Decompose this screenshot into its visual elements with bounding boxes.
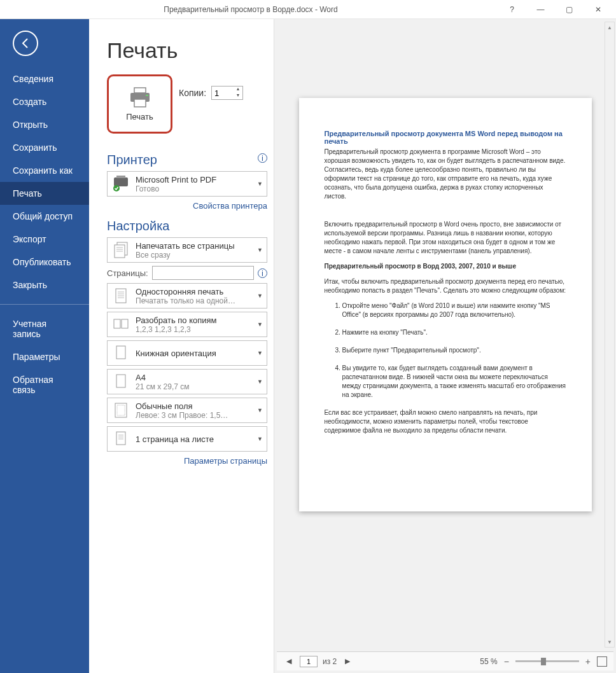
sidebar-item-обратная-связь[interactable]: Обратная связь <box>0 368 89 401</box>
print-button-highlight: Печать <box>107 74 172 134</box>
maximize-button[interactable]: ▢ <box>555 0 584 18</box>
sidebar-item-учетная-запись[interactable]: Учетная запись <box>0 312 89 345</box>
print-button-label: Печать <box>126 112 153 121</box>
zoom-out-button[interactable]: − <box>504 656 509 667</box>
sidebar-item-закрыть[interactable]: Закрыть <box>0 274 89 296</box>
pages-label: Страницы: <box>107 268 148 278</box>
chevron-down-icon: ▼ <box>257 293 263 299</box>
svg-rect-4 <box>134 99 146 107</box>
preview-viewport[interactable]: Предварительный просмотр документа MS Wo… <box>277 22 613 651</box>
pages-input[interactable] <box>152 266 254 280</box>
svg-rect-20 <box>116 346 125 359</box>
zoom-level-label: 55 % <box>480 657 497 666</box>
next-page-button[interactable]: ▶ <box>342 656 353 667</box>
sidebar-item-опубликовать[interactable]: Опубликовать <box>0 251 89 274</box>
printer-status-icon <box>111 174 130 193</box>
pages-per-sheet-selector[interactable]: 1 страница на листе ▼ <box>107 426 267 452</box>
back-button[interactable] <box>13 31 38 56</box>
paper-icon <box>111 372 130 391</box>
margins-icon <box>111 401 130 420</box>
vertical-scrollbar[interactable]: ▲ ▼ <box>605 22 615 648</box>
chevron-down-icon: ▼ <box>257 247 263 253</box>
print-preview-panel: Предварительный просмотр документа MS Wo… <box>274 19 616 673</box>
printer-selector[interactable]: Microsoft Print to PDF Готово ▼ <box>107 171 267 197</box>
preview-page: Предварительный просмотр документа MS Wo… <box>299 98 592 511</box>
margins-selector[interactable]: Обычные поля Левое: 3 см Правое: 1,5… ▼ <box>107 398 267 423</box>
portrait-icon <box>111 343 130 363</box>
svg-rect-19 <box>122 319 128 328</box>
sidebar-separator <box>0 304 89 305</box>
help-button[interactable]: ? <box>498 0 526 18</box>
preview-footer: ◀ из 2 ▶ 55 % − + <box>277 651 613 670</box>
svg-rect-1 <box>134 88 146 93</box>
svg-point-7 <box>113 185 120 191</box>
prev-page-button[interactable]: ◀ <box>283 656 295 667</box>
orientation-selector[interactable]: Книжная ориентация ▼ <box>107 340 267 366</box>
printer-status: Готово <box>136 184 252 193</box>
svg-rect-5 <box>114 177 128 186</box>
duplex-selector[interactable]: Односторонняя печать Печатать только на … <box>107 283 267 309</box>
sheet-icon <box>111 429 130 448</box>
arrow-left-icon <box>19 37 32 50</box>
doc-heading: Предварительный просмотр документа MS Wo… <box>325 130 566 145</box>
svg-rect-18 <box>114 319 120 328</box>
current-page-input[interactable] <box>300 656 318 667</box>
sidebar-item-сведения[interactable]: Сведения <box>0 67 89 90</box>
chevron-down-icon: ▼ <box>257 436 263 442</box>
collate-icon <box>111 315 130 334</box>
sidebar-item-параметры[interactable]: Параметры <box>0 345 89 368</box>
chevron-down-icon: ▼ <box>257 378 263 385</box>
page-title: Печать <box>107 38 267 63</box>
chevron-down-icon: ▼ <box>257 407 263 413</box>
sidebar-item-общий-доступ[interactable]: Общий доступ <box>0 205 89 228</box>
pages-info-icon[interactable]: i <box>258 268 267 278</box>
sidebar-item-сохранить-как[interactable]: Сохранить как <box>0 159 89 182</box>
print-button[interactable]: Печать <box>113 80 167 128</box>
chevron-down-icon: ▼ <box>257 350 263 356</box>
copies-label: Копии: <box>179 88 206 98</box>
close-button[interactable]: ✕ <box>584 0 612 18</box>
window-controls: ? — ▢ ✕ <box>498 0 612 18</box>
paper-size-selector[interactable]: A4 21 см x 29,7 см ▼ <box>107 369 267 394</box>
collate-selector[interactable]: Разобрать по копиям 1,2,3 1,2,3 1,2,3 ▼ <box>107 312 267 337</box>
zoom-in-button[interactable]: + <box>585 656 591 667</box>
svg-rect-6 <box>116 176 125 178</box>
minimize-button[interactable]: — <box>526 0 555 18</box>
printer-icon <box>127 87 153 108</box>
sidebar-item-экспорт[interactable]: Экспорт <box>0 228 89 251</box>
zoom-slider[interactable] <box>515 660 579 662</box>
svg-rect-21 <box>116 375 125 387</box>
page-range-selector[interactable]: Напечатать все страницы Все сразу ▼ <box>107 237 267 263</box>
printer-name: Microsoft Print to PDF <box>136 175 252 184</box>
sidebar-item-печать[interactable]: Печать <box>0 182 89 205</box>
sidebar-item-сохранить[interactable]: Сохранить <box>0 136 89 159</box>
zoom-thumb[interactable] <box>541 658 546 665</box>
svg-rect-24 <box>116 432 125 445</box>
scroll-up-button[interactable]: ▲ <box>605 22 614 32</box>
backstage-sidebar: СведенияСоздатьОткрытьСохранитьСохранить… <box>0 19 89 673</box>
page-setup-link[interactable]: Параметры страницы <box>184 456 267 466</box>
settings-section-title: Настройка <box>107 219 267 233</box>
sidebar-item-создать[interactable]: Создать <box>0 90 89 113</box>
sidebar-item-открыть[interactable]: Открыть <box>0 113 89 136</box>
printer-info-icon[interactable]: i <box>258 153 267 163</box>
single-side-icon <box>111 286 130 305</box>
print-settings-panel: Печать Печать Копии: <box>89 19 274 673</box>
copies-up[interactable]: ▲ <box>234 87 242 93</box>
svg-rect-3 <box>146 95 148 96</box>
chevron-down-icon: ▼ <box>257 321 263 328</box>
scroll-down-button[interactable]: ▼ <box>605 637 614 647</box>
printer-section-title: Принтер <box>107 153 157 167</box>
copies-down[interactable]: ▼ <box>234 93 242 99</box>
pages-icon <box>111 240 130 260</box>
zoom-to-fit-button[interactable] <box>597 656 607 667</box>
page-count-label: из 2 <box>323 657 337 666</box>
window-title: Предварительный просмотр в Ворде.docx - … <box>4 5 498 14</box>
printer-properties-link[interactable]: Свойства принтера <box>193 201 267 211</box>
chevron-down-icon: ▼ <box>257 181 263 187</box>
titlebar: Предварительный просмотр в Ворде.docx - … <box>0 0 616 19</box>
